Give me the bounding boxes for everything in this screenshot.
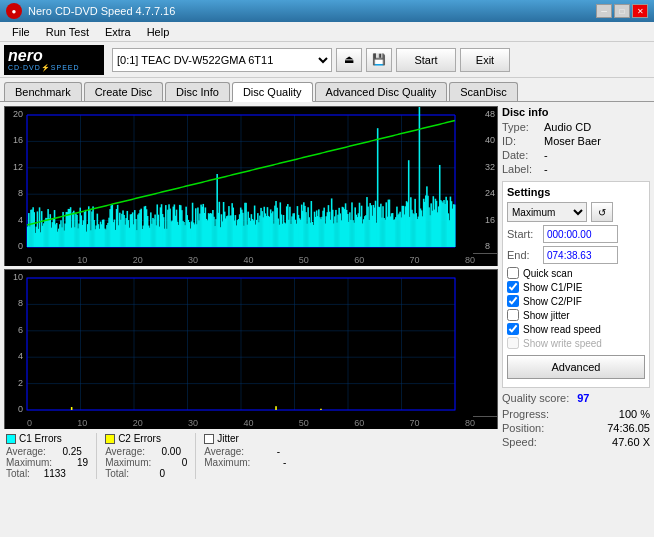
jitter-avg-value: -	[250, 446, 280, 457]
divider1	[96, 433, 97, 479]
disc-label-value: -	[544, 163, 548, 175]
top-chart-y-left: 201612840	[5, 107, 25, 253]
show-jitter-label: Show jitter	[523, 310, 570, 321]
progress-label: Progress:	[502, 408, 549, 420]
type-value: Audio CD	[544, 121, 591, 133]
right-panel: Disc info Type: Audio CD ID: Moser Baer …	[502, 106, 650, 483]
drive-selector[interactable]: [0:1] TEAC DV-W522GMA 6T11	[112, 48, 332, 72]
top-chart: 201612840 48403224168	[4, 106, 498, 254]
eject-button[interactable]: ⏏	[336, 48, 362, 72]
save-button[interactable]: 💾	[366, 48, 392, 72]
position-label: Position:	[502, 422, 544, 434]
menu-bar: File Run Test Extra Help	[0, 22, 654, 42]
c2-avg-value: 0.00	[151, 446, 181, 457]
refresh-button[interactable]: ↺	[591, 202, 613, 222]
charts-area: 201612840 48403224168 01020304050607080 …	[4, 106, 498, 483]
advanced-button[interactable]: Advanced	[507, 355, 645, 379]
c2-avg-label: Average:	[105, 446, 145, 457]
show-read-speed-row: Show read speed	[507, 323, 645, 335]
start-label: Start:	[507, 228, 539, 240]
show-read-speed-label: Show read speed	[523, 324, 601, 335]
progress-value: 100 %	[619, 408, 650, 420]
jitter-color-box	[204, 434, 214, 444]
show-c2pif-label: Show C2/PIF	[523, 296, 582, 307]
quick-scan-label: Quick scan	[523, 268, 572, 279]
jitter-stats: Jitter Average: - Maximum: -	[204, 433, 286, 479]
c1-total-label: Total:	[6, 468, 30, 479]
speed-label: Speed:	[502, 436, 537, 448]
c2-color-box	[105, 434, 115, 444]
c1-avg-label: Average:	[6, 446, 46, 457]
menu-help[interactable]: Help	[139, 24, 178, 40]
end-label: End:	[507, 249, 539, 261]
minimize-button[interactable]: ─	[596, 4, 612, 18]
main-content: 201612840 48403224168 01020304050607080 …	[0, 102, 654, 487]
tab-benchmark[interactable]: Benchmark	[4, 82, 82, 101]
show-c2pif-checkbox[interactable]	[507, 295, 519, 307]
bottom-chart-x-labels: 01020304050607080	[4, 417, 498, 429]
exit-button[interactable]: Exit	[460, 48, 510, 72]
show-c1pie-label: Show C1/PIE	[523, 282, 582, 293]
jitter-max-label: Maximum:	[204, 457, 250, 468]
speed-value: 47.60 X	[612, 436, 650, 448]
progress-section: Progress: 100 % Position: 74:36.05 Speed…	[502, 408, 650, 448]
c1-total-value: 1133	[36, 468, 66, 479]
close-button[interactable]: ✕	[632, 4, 648, 18]
settings-title: Settings	[507, 186, 645, 198]
show-c1pie-checkbox[interactable]	[507, 281, 519, 293]
show-jitter-row: Show jitter	[507, 309, 645, 321]
show-c2pif-row: Show C2/PIF	[507, 295, 645, 307]
c1-max-value: 19	[58, 457, 88, 468]
end-input[interactable]	[543, 246, 618, 264]
menu-runtest[interactable]: Run Test	[38, 24, 97, 40]
date-value: -	[544, 149, 548, 161]
c2-label: C2 Errors	[118, 433, 161, 444]
tab-advanced-disc-quality[interactable]: Advanced Disc Quality	[315, 82, 448, 101]
divider2	[195, 433, 196, 479]
jitter-label: Jitter	[217, 433, 239, 444]
logo: nero CD·DVD⚡SPEED	[4, 45, 104, 75]
title-bar: ● Nero CD-DVD Speed 4.7.7.16 ─ □ ✕	[0, 0, 654, 22]
start-input[interactable]	[543, 225, 618, 243]
menu-extra[interactable]: Extra	[97, 24, 139, 40]
tab-scan-disc[interactable]: ScanDisc	[449, 82, 517, 101]
id-value: Moser Baer	[544, 135, 601, 147]
disc-info-title: Disc info	[502, 106, 650, 118]
c1-avg-value: 0.25	[52, 446, 82, 457]
date-label: Date:	[502, 149, 540, 161]
tab-create-disc[interactable]: Create Disc	[84, 82, 163, 101]
top-chart-x-labels: 01020304050607080	[4, 254, 498, 266]
tab-disc-quality[interactable]: Disc Quality	[232, 82, 313, 102]
bottom-chart-y-left: 1086420	[5, 270, 25, 416]
menu-file[interactable]: File	[4, 24, 38, 40]
tab-disc-info[interactable]: Disc Info	[165, 82, 230, 101]
disc-info-section: Disc info Type: Audio CD ID: Moser Baer …	[502, 106, 650, 175]
jitter-avg-label: Average:	[204, 446, 244, 457]
show-c1pie-row: Show C1/PIE	[507, 281, 645, 293]
show-jitter-checkbox[interactable]	[507, 309, 519, 321]
start-button[interactable]: Start	[396, 48, 456, 72]
c2-max-value: 0	[157, 457, 187, 468]
c1-label: C1 Errors	[19, 433, 62, 444]
disc-label-label: Label:	[502, 163, 540, 175]
app-icon: ●	[6, 3, 22, 19]
show-read-speed-checkbox[interactable]	[507, 323, 519, 335]
quick-scan-row: Quick scan	[507, 267, 645, 279]
quality-score-row: Quality score: 97	[502, 392, 650, 404]
c1-errors-stats: C1 Errors Average: 0.25 Maximum: 19 Tota…	[6, 433, 88, 479]
c2-total-value: 0	[135, 468, 165, 479]
show-write-speed-row: Show write speed	[507, 337, 645, 349]
maximize-button[interactable]: □	[614, 4, 630, 18]
c2-errors-stats: C2 Errors Average: 0.00 Maximum: 0 Total…	[105, 433, 187, 479]
top-chart-y-right: 48403224168	[483, 107, 497, 253]
quality-score-label: Quality score:	[502, 392, 569, 404]
quick-scan-checkbox[interactable]	[507, 267, 519, 279]
jitter-max-value: -	[256, 457, 286, 468]
show-write-speed-checkbox[interactable]	[507, 337, 519, 349]
c1-max-label: Maximum:	[6, 457, 52, 468]
tab-bar: Benchmark Create Disc Disc Info Disc Qua…	[0, 78, 654, 102]
mode-selector[interactable]: Maximum	[507, 202, 587, 222]
c1-color-box	[6, 434, 16, 444]
title-text: Nero CD-DVD Speed 4.7.7.16	[28, 5, 175, 17]
position-value: 74:36.05	[607, 422, 650, 434]
